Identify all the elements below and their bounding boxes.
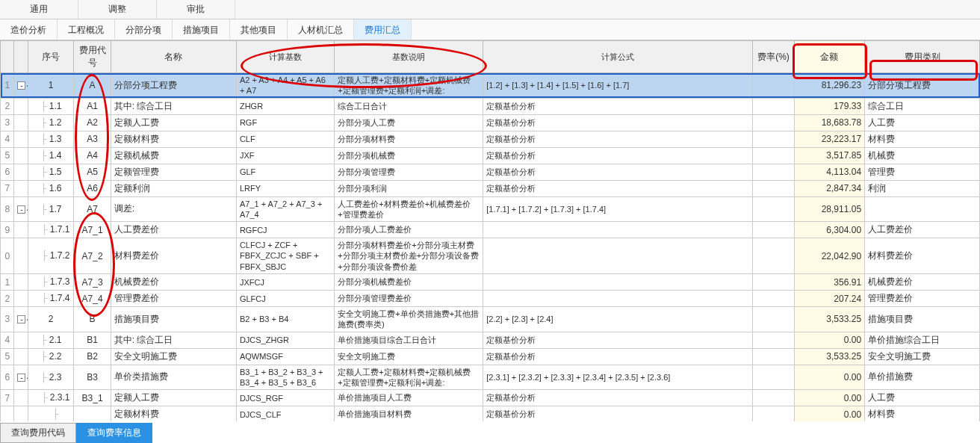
table-row[interactable]: 0 ├ 1.7.2A7_2材料费差价CLFCJ + ZCF + FBFX_ZCJ… [1,238,980,274]
sub-tab[interactable]: 工程概况 [58,19,115,40]
top-tab[interactable]: 审批 [157,0,235,19]
table-row[interactable]: 1-1A分部分项工程费A2 + A3 + A4 + A5 + A6 + A7定额… [1,73,980,99]
fee-summary-grid[interactable]: 序号 费用代号 名称 计算基数 基数说明 计算公式 费率(%) 金额 费用类别 … [0,40,980,421]
expand-toggle[interactable]: - [17,315,25,323]
header-name[interactable]: 名称 [111,41,236,73]
sub-tab[interactable]: 措施项目 [173,19,230,40]
table-row[interactable]: 5├ 1.4A4定额机械费JXF分部分项机械费定额基价分析3,517.85机械费 [1,147,980,164]
header-formula[interactable]: 计算公式 [483,41,753,73]
table-row[interactable]: 7├ 1.6A6定额利润LRFY分部分项利润定额基价分析2,847.34利润 [1,180,980,196]
expand-toggle[interactable]: - [17,374,25,382]
sub-tab[interactable]: 人材机汇总 [288,19,354,40]
table-row[interactable]: 5├ 2.2B2安全文明施工费AQWMSGF安全文明施工费定额基价分析3,533… [1,348,980,365]
table-row[interactable]: 6-├ 2.3B3单价类措施费B3_1 + B3_2 + B3_3 + B3_4… [1,365,980,390]
table-row[interactable]: 2 ├ 1.7.4A7_4管理费差价GLFCJ分部分项管理费差价207.24管理… [1,291,980,307]
table-row[interactable]: 6├ 1.5A5定额管理费GLF分部分项管理费定额基价分析4,113.04管理费 [1,164,980,180]
table-row[interactable]: 9 ├ 1.7.1A7_1人工费差价RGFCJ分部分项人工费差价6,304.00… [1,222,980,238]
table-row[interactable]: 4├ 2.1B1其中: 综合工日DJCS_ZHGR单价措施项目综合工日合计定额基… [1,332,980,348]
table-row[interactable]: 1 ├ 1.7.3A7_3机械费差价JXFCJ分部分项机械费差价356.91机械… [1,274,980,291]
header-cat[interactable]: 费用类别 [865,41,980,73]
table-row[interactable]: 3├ 1.2A2定额人工费RGF分部分项人工费定额基价分析18,683.78人工… [1,114,980,131]
table-row[interactable]: 4├ 1.3A3定额材料费CLF分部分项材料费定额基价分析23,223.17材料… [1,131,980,147]
header-code[interactable]: 费用代号 [74,41,111,73]
sub-tab[interactable]: 造价分析 [0,19,58,40]
table-row[interactable]: 8-├ 1.7A7调差:A7_1 + A7_2 + A7_3 + A7_4人工费… [1,196,980,222]
top-tab[interactable]: 调整 [78,0,157,19]
sub-tab[interactable]: 其他项目 [230,19,288,40]
header-seq[interactable]: 序号 [28,41,74,73]
sub-tab[interactable]: 分部分项 [115,19,173,40]
table-row[interactable]: 2├ 1.1A1其中: 综合工日ZHGR综合工日合计定额基价分析179.33综合… [1,98,980,114]
table-row[interactable]: 3-2B措施项目费B2 + B3 + B4安全文明施工费+单价类措施费+其他措施… [1,307,980,332]
table-row[interactable]: 7 ├ 2.3.1B3_1定额人工费DJCS_RGF单价措施项目人工费定额基价分… [1,390,980,406]
expand-toggle[interactable]: - [17,205,25,214]
header-desc[interactable]: 基数说明 [335,41,483,73]
expand-toggle[interactable]: - [17,81,25,90]
top-tabs: 通用调整审批 [0,0,980,19]
header-amt[interactable]: 金额 [794,41,864,73]
header-calc[interactable]: 计算基数 [236,41,334,73]
sub-tabs: 造价分析工程概况分部分项措施项目其他项目人材机汇总费用汇总 [0,19,980,40]
top-tab[interactable]: 通用 [0,0,78,19]
sub-tab[interactable]: 费用汇总 [354,19,412,40]
header-rate[interactable]: 费率(%) [753,41,794,73]
table-row[interactable]: ├ 定额材料费DJCS_CLF单价措施项目材料费定额基价分析0.00材料费 [1,406,980,421]
